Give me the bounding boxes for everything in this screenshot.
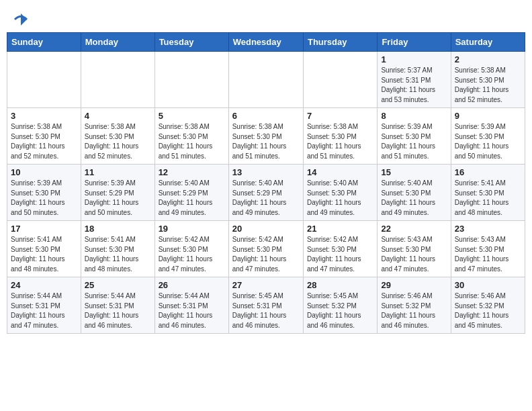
- cell-info: Sunrise: 5:44 AM Sunset: 5:31 PM Dayligh…: [159, 291, 225, 330]
- calendar-cell: 3Sunrise: 5:38 AM Sunset: 5:30 PM Daylig…: [7, 108, 81, 165]
- calendar-cell: 5Sunrise: 5:38 AM Sunset: 5:30 PM Daylig…: [154, 108, 228, 165]
- calendar-cell: 21Sunrise: 5:42 AM Sunset: 5:30 PM Dayli…: [303, 221, 377, 277]
- day-number: 6: [232, 111, 300, 121]
- cell-info: Sunrise: 5:44 AM Sunset: 5:31 PM Dayligh…: [85, 291, 151, 330]
- cell-info: Sunrise: 5:43 AM Sunset: 5:30 PM Dayligh…: [455, 235, 521, 274]
- calendar-week-3: 10Sunrise: 5:39 AM Sunset: 5:30 PM Dayli…: [7, 165, 525, 221]
- calendar-week-5: 24Sunrise: 5:44 AM Sunset: 5:31 PM Dayli…: [7, 277, 525, 334]
- cell-info: Sunrise: 5:39 AM Sunset: 5:29 PM Dayligh…: [85, 179, 151, 218]
- cell-info: Sunrise: 5:41 AM Sunset: 5:30 PM Dayligh…: [11, 235, 77, 274]
- column-header-thursday: Thursday: [303, 33, 377, 52]
- cell-info: Sunrise: 5:40 AM Sunset: 5:30 PM Dayligh…: [381, 179, 447, 218]
- calendar-cell: 16Sunrise: 5:41 AM Sunset: 5:30 PM Dayli…: [451, 165, 525, 221]
- day-number: 2: [455, 54, 521, 64]
- day-number: 9: [455, 111, 521, 121]
- calendar-cell: 18Sunrise: 5:41 AM Sunset: 5:30 PM Dayli…: [81, 221, 154, 277]
- cell-info: Sunrise: 5:40 AM Sunset: 5:30 PM Dayligh…: [307, 179, 373, 218]
- cell-info: Sunrise: 5:41 AM Sunset: 5:30 PM Dayligh…: [85, 235, 151, 274]
- day-number: 3: [11, 111, 77, 121]
- day-number: 1: [381, 54, 447, 64]
- day-number: 12: [159, 167, 225, 177]
- calendar-cell: 30Sunrise: 5:46 AM Sunset: 5:32 PM Dayli…: [451, 277, 525, 334]
- day-number: 17: [11, 224, 77, 234]
- cell-info: Sunrise: 5:41 AM Sunset: 5:30 PM Dayligh…: [455, 179, 521, 218]
- calendar-cell: 24Sunrise: 5:44 AM Sunset: 5:31 PM Dayli…: [7, 277, 81, 334]
- calendar-week-2: 3Sunrise: 5:38 AM Sunset: 5:30 PM Daylig…: [7, 108, 525, 165]
- calendar-cell: 28Sunrise: 5:45 AM Sunset: 5:32 PM Dayli…: [303, 277, 377, 334]
- calendar-cell: 23Sunrise: 5:43 AM Sunset: 5:30 PM Dayli…: [451, 221, 525, 277]
- cell-info: Sunrise: 5:38 AM Sunset: 5:30 PM Dayligh…: [307, 122, 373, 161]
- day-number: 27: [232, 280, 300, 290]
- day-number: 14: [307, 167, 373, 177]
- calendar-cell: 7Sunrise: 5:38 AM Sunset: 5:30 PM Daylig…: [303, 108, 377, 165]
- cell-info: Sunrise: 5:38 AM Sunset: 5:30 PM Dayligh…: [455, 66, 521, 105]
- cell-info: Sunrise: 5:39 AM Sunset: 5:30 PM Dayligh…: [11, 179, 77, 218]
- calendar-cell: [7, 52, 81, 108]
- calendar-cell: [228, 52, 303, 108]
- day-number: 10: [11, 167, 77, 177]
- calendar-cell: 20Sunrise: 5:42 AM Sunset: 5:30 PM Dayli…: [228, 221, 303, 277]
- calendar-week-4: 17Sunrise: 5:41 AM Sunset: 5:30 PM Dayli…: [7, 221, 525, 277]
- header-row: SundayMondayTuesdayWednesdayThursdayFrid…: [7, 33, 525, 52]
- cell-info: Sunrise: 5:45 AM Sunset: 5:32 PM Dayligh…: [307, 291, 373, 330]
- calendar-cell: 29Sunrise: 5:46 AM Sunset: 5:32 PM Dayli…: [378, 277, 451, 334]
- day-number: 4: [85, 111, 151, 121]
- day-number: 5: [159, 111, 225, 121]
- day-number: 30: [455, 280, 521, 290]
- calendar-cell: 2Sunrise: 5:38 AM Sunset: 5:30 PM Daylig…: [451, 52, 525, 108]
- calendar-cell: 13Sunrise: 5:40 AM Sunset: 5:29 PM Dayli…: [228, 165, 303, 221]
- day-number: 7: [307, 111, 373, 121]
- cell-info: Sunrise: 5:46 AM Sunset: 5:32 PM Dayligh…: [455, 291, 521, 330]
- column-header-wednesday: Wednesday: [228, 33, 303, 52]
- calendar-cell: 22Sunrise: 5:43 AM Sunset: 5:30 PM Dayli…: [378, 221, 451, 277]
- page-header: [7, 7, 525, 28]
- day-number: 26: [159, 280, 225, 290]
- calendar-cell: 6Sunrise: 5:38 AM Sunset: 5:30 PM Daylig…: [228, 108, 303, 165]
- calendar-cell: 10Sunrise: 5:39 AM Sunset: 5:30 PM Dayli…: [7, 165, 81, 221]
- cell-info: Sunrise: 5:45 AM Sunset: 5:31 PM Dayligh…: [232, 291, 300, 330]
- cell-info: Sunrise: 5:38 AM Sunset: 5:30 PM Dayligh…: [159, 122, 225, 161]
- calendar-cell: [154, 52, 228, 108]
- day-number: 19: [159, 224, 225, 234]
- day-number: 20: [232, 224, 300, 234]
- day-number: 24: [11, 280, 77, 290]
- column-header-tuesday: Tuesday: [154, 33, 228, 52]
- cell-info: Sunrise: 5:42 AM Sunset: 5:30 PM Dayligh…: [159, 235, 225, 274]
- day-number: 25: [85, 280, 151, 290]
- day-number: 8: [381, 111, 447, 121]
- cell-info: Sunrise: 5:38 AM Sunset: 5:30 PM Dayligh…: [11, 122, 77, 161]
- column-header-monday: Monday: [81, 33, 154, 52]
- cell-info: Sunrise: 5:39 AM Sunset: 5:30 PM Dayligh…: [455, 122, 521, 161]
- calendar-week-1: 1Sunrise: 5:37 AM Sunset: 5:31 PM Daylig…: [7, 52, 525, 108]
- calendar-table: SundayMondayTuesdayWednesdayThursdayFrid…: [7, 32, 525, 334]
- cell-info: Sunrise: 5:38 AM Sunset: 5:30 PM Dayligh…: [232, 122, 300, 161]
- calendar-cell: 8Sunrise: 5:39 AM Sunset: 5:30 PM Daylig…: [378, 108, 451, 165]
- calendar-cell: 4Sunrise: 5:38 AM Sunset: 5:30 PM Daylig…: [81, 108, 154, 165]
- day-number: 11: [85, 167, 151, 177]
- day-number: 21: [307, 224, 373, 234]
- calendar-cell: 1Sunrise: 5:37 AM Sunset: 5:31 PM Daylig…: [378, 52, 451, 108]
- calendar-cell: 19Sunrise: 5:42 AM Sunset: 5:30 PM Dayli…: [154, 221, 228, 277]
- calendar-cell: 15Sunrise: 5:40 AM Sunset: 5:30 PM Dayli…: [378, 165, 451, 221]
- cell-info: Sunrise: 5:40 AM Sunset: 5:29 PM Dayligh…: [159, 179, 225, 218]
- day-number: 15: [381, 167, 447, 177]
- calendar-cell: 27Sunrise: 5:45 AM Sunset: 5:31 PM Dayli…: [228, 277, 303, 334]
- day-number: 28: [307, 280, 373, 290]
- column-header-sunday: Sunday: [7, 33, 81, 52]
- logo-icon: [13, 12, 28, 27]
- cell-info: Sunrise: 5:44 AM Sunset: 5:31 PM Dayligh…: [11, 291, 77, 330]
- calendar-body: 1Sunrise: 5:37 AM Sunset: 5:31 PM Daylig…: [7, 52, 525, 334]
- calendar-cell: 25Sunrise: 5:44 AM Sunset: 5:31 PM Dayli…: [81, 277, 154, 334]
- cell-info: Sunrise: 5:42 AM Sunset: 5:30 PM Dayligh…: [232, 235, 300, 274]
- day-number: 29: [381, 280, 447, 290]
- day-number: 16: [455, 167, 521, 177]
- cell-info: Sunrise: 5:40 AM Sunset: 5:29 PM Dayligh…: [232, 179, 300, 218]
- calendar-cell: 17Sunrise: 5:41 AM Sunset: 5:30 PM Dayli…: [7, 221, 81, 277]
- day-number: 23: [455, 224, 521, 234]
- cell-info: Sunrise: 5:43 AM Sunset: 5:30 PM Dayligh…: [381, 235, 447, 274]
- day-number: 18: [85, 224, 151, 234]
- cell-info: Sunrise: 5:46 AM Sunset: 5:32 PM Dayligh…: [381, 291, 447, 330]
- day-number: 22: [381, 224, 447, 234]
- calendar-cell: 9Sunrise: 5:39 AM Sunset: 5:30 PM Daylig…: [451, 108, 525, 165]
- column-header-friday: Friday: [378, 33, 451, 52]
